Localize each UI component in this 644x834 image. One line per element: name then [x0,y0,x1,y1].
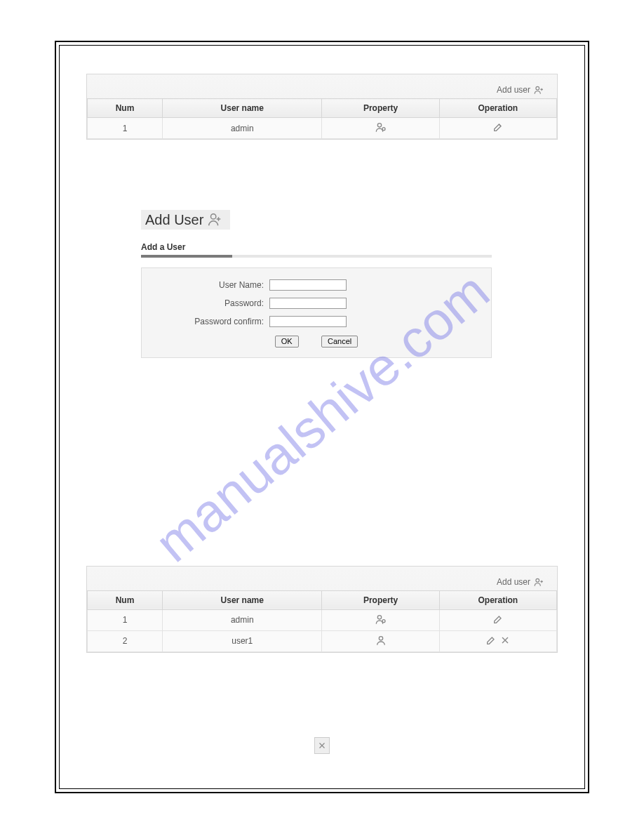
table-header-row: Num User name Property Operation [88,99,557,118]
add-user-heading-icon [206,211,223,228]
cell-username: user1 [163,630,322,651]
svg-point-2 [382,128,385,131]
col-num: Num [88,99,163,118]
ok-button[interactable]: OK [275,336,299,348]
col-operation: Operation [439,590,556,609]
form-divider [141,255,492,258]
username-label: User Name: [150,280,269,290]
delete-icon[interactable] [499,635,511,646]
form-title: Add a User [141,242,492,252]
add-user-heading: Add User [141,210,230,230]
delete-icon-figure [86,737,558,754]
cell-operation [439,609,556,630]
password-label: Password: [150,298,269,308]
password-confirm-input[interactable] [269,316,347,327]
table-row: 1 admin [88,118,557,139]
cell-property [322,630,439,651]
col-property: Property [322,590,439,609]
user-table-2: Add user Num User name Property Operatio… [86,566,558,653]
edit-icon[interactable] [492,614,504,625]
svg-point-0 [536,86,539,90]
password-confirm-label: Password confirm: [150,317,269,326]
add-user-icon [533,84,544,95]
cell-operation [439,118,556,139]
property-icon[interactable] [375,614,387,625]
cell-operation [439,630,556,651]
svg-point-1 [377,124,381,127]
cancel-button[interactable]: Cancel [321,336,358,348]
password-input[interactable] [269,298,347,309]
svg-point-7 [379,636,382,640]
edit-icon[interactable] [485,635,497,646]
add-user-icon [533,576,544,588]
cell-num: 1 [88,118,163,139]
username-input[interactable] [269,279,347,291]
property-icon[interactable] [375,121,387,133]
property-icon[interactable] [375,635,387,646]
col-username: User name [163,99,322,118]
add-user-heading-text: Add User [145,212,203,228]
table-header-row: Num User name Property Operation [88,590,557,609]
add-user-label: Add user [497,577,530,587]
svg-point-6 [382,619,385,622]
add-user-label: Add user [497,85,530,95]
delete-page-icon [314,737,330,754]
svg-point-4 [536,578,539,582]
edit-icon[interactable] [492,121,504,133]
add-user-link[interactable]: Add user [87,574,557,590]
table-row: 2 user1 [88,630,557,651]
cell-username: admin [163,609,322,630]
cell-username: admin [163,118,322,139]
add-user-form: Add a User User Name: Password: Password… [141,242,492,358]
cell-num: 1 [88,609,163,630]
user-table-1: Add user Num User name Property Operatio… [86,74,558,140]
col-operation: Operation [439,99,556,118]
cell-num: 2 [88,630,163,651]
add-user-link[interactable]: Add user [87,81,557,98]
cell-property [322,118,439,139]
col-username: User name [163,590,322,609]
col-num: Num [88,590,163,609]
col-property: Property [322,99,439,118]
table-row: 1 admin [88,609,557,630]
cell-property [322,609,439,630]
svg-point-5 [377,615,381,618]
svg-point-3 [211,214,216,219]
